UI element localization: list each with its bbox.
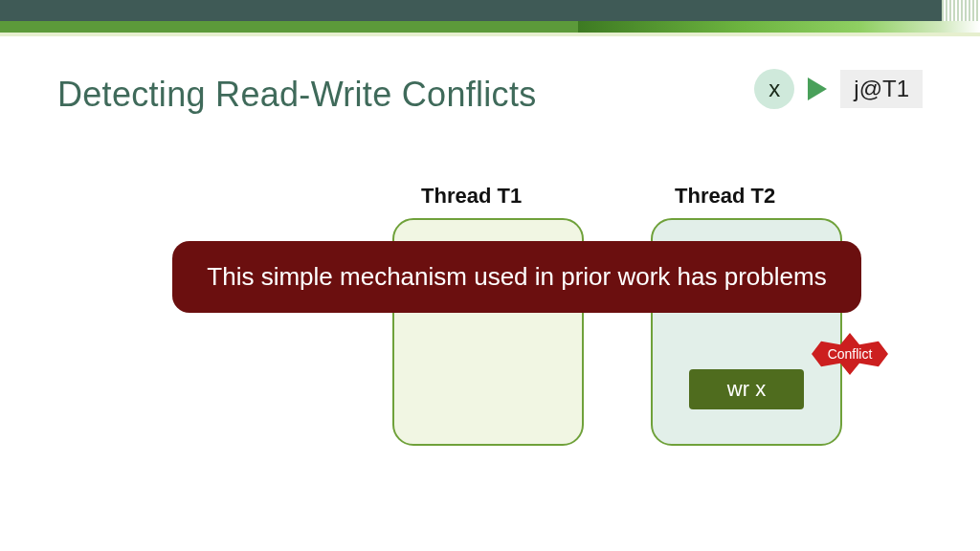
conflict-badge: Conflict	[802, 333, 898, 375]
page-title: Detecting Read-Write Conflicts	[57, 75, 537, 115]
legend: x j@T1	[754, 69, 923, 109]
play-icon	[808, 77, 827, 100]
top-bar-thin	[0, 33, 980, 36]
top-bar-stripes	[942, 0, 980, 21]
write-action: wr x	[689, 369, 804, 409]
legend-label: j@T1	[840, 70, 923, 108]
callout-banner: This simple mechanism used in prior work…	[172, 241, 861, 313]
slide: Detecting Read-Write Conflicts x j@T1 Th…	[0, 0, 980, 551]
column-header-t1: Thread T1	[421, 184, 522, 209]
top-bar-dark	[0, 0, 980, 21]
conflict-label: Conflict	[802, 333, 898, 375]
top-bar-gradient	[578, 21, 980, 33]
variable-badge: x	[754, 69, 794, 109]
column-header-t2: Thread T2	[675, 184, 775, 209]
